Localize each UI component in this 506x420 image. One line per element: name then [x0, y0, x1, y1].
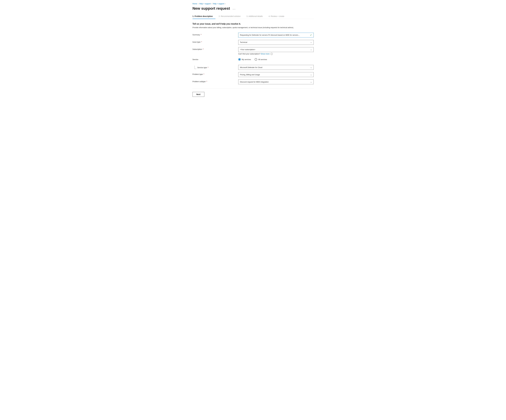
problem-subtype-control: Discount request for MDE integration ⌄ — [238, 79, 314, 84]
problem-subtype-label: Problem subtype * — [193, 79, 238, 83]
issue-type-chevron-icon: ⌄ — [310, 41, 312, 43]
next-button[interactable]: Next — [193, 92, 204, 97]
service-row: Service My services All services — [193, 57, 314, 63]
service-type-label: Service type — [197, 66, 207, 69]
section-heading: Tell us your issue, and we'll help you r… — [193, 23, 314, 25]
tab-review-create[interactable]: 4. Review + create — [269, 14, 287, 19]
service-type-control: Microsoft Defender for Cloud ⌄ — [238, 65, 314, 70]
issue-type-control: Technical ⌄ — [238, 40, 314, 45]
subscription-row: Subscription * <Your subscription> ⌄ Can… — [193, 47, 314, 55]
my-services-radio-icon — [238, 58, 241, 61]
service-radio-group: My services All services — [238, 57, 314, 61]
breadcrumb-sep-3: › — [225, 3, 226, 5]
section-description: Provide information about your billing, … — [193, 26, 295, 29]
page-title: New support request — [193, 6, 230, 11]
service-label: Service — [193, 57, 238, 60]
service-type-row: Service type * Microsoft Defender for Cl… — [193, 65, 314, 70]
tab-problem-description[interactable]: 1. Problem description — [193, 14, 215, 19]
connector-vertical — [194, 66, 195, 69]
footer-divider — [193, 89, 314, 89]
breadcrumb-help-support-2[interactable]: Help + support — [213, 3, 224, 5]
service-control: My services All services — [238, 57, 314, 63]
service-my-services-option[interactable]: My services — [238, 58, 251, 61]
subscription-show-more-link[interactable]: Show more — [261, 53, 270, 55]
breadcrumb: Home › Help + support › Help + support › — [193, 3, 314, 5]
problem-type-control: Pricing, Billing and Usage ⌄ — [238, 72, 314, 77]
issue-type-row: Issue type * Technical ⌄ — [193, 40, 314, 45]
info-icon[interactable]: i — [271, 53, 273, 55]
problem-type-chevron-icon: ⌄ — [310, 74, 312, 76]
summary-label: Summary * — [193, 33, 238, 36]
more-options-button[interactable]: ... — [232, 7, 237, 10]
problem-type-required: * — [204, 73, 204, 75]
summary-row: Summary * Requesting for Defender for se… — [193, 33, 314, 38]
problem-type-row: Problem type * Pricing, Billing and Usag… — [193, 72, 314, 77]
tab-bar: 1. Problem description 2. Recommended so… — [193, 14, 314, 19]
subscription-hint: Can't find your subscription? Show more … — [238, 53, 314, 55]
subscription-control: <Your subscription> ⌄ Can't find your su… — [238, 47, 314, 55]
problem-type-value: Pricing, Billing and Usage — [240, 74, 260, 76]
breadcrumb-sep-2: › — [212, 3, 212, 5]
service-type-chevron-icon: ⌄ — [310, 66, 312, 68]
summary-value: Requesting for Defender for servers P2 d… — [240, 34, 310, 36]
issue-type-dropdown[interactable]: Technical ⌄ — [238, 40, 314, 45]
problem-type-dropdown[interactable]: Pricing, Billing and Usage ⌄ — [238, 72, 314, 77]
problem-subtype-value: Discount request for MDE integration — [240, 81, 269, 83]
summary-input-area: Requesting for Defender for servers P2 d… — [238, 33, 314, 38]
breadcrumb-help-support-1[interactable]: Help + support — [199, 3, 211, 5]
summary-input[interactable]: Requesting for Defender for servers P2 d… — [238, 33, 314, 38]
problem-subtype-dropdown[interactable]: Discount request for MDE integration ⌄ — [238, 79, 314, 84]
subscription-label: Subscription * — [193, 47, 238, 50]
service-all-services-option[interactable]: All services — [255, 58, 267, 61]
tab-recommended-solution[interactable]: 2. Recommended solution — [219, 14, 243, 19]
subscription-dropdown[interactable]: <Your subscription> ⌄ — [238, 47, 314, 52]
breadcrumb-sep-1: › — [198, 3, 199, 5]
problem-subtype-required: * — [206, 80, 207, 83]
summary-check-icon: ✓ — [310, 34, 312, 36]
all-services-label: All services — [258, 58, 267, 60]
subscription-value: <Your subscription> — [240, 49, 255, 51]
service-type-label-area: Service type * — [193, 65, 238, 69]
all-services-radio-icon — [255, 58, 257, 61]
subscription-chevron-icon: ⌄ — [310, 49, 312, 51]
service-type-dropdown[interactable]: Microsoft Defender for Cloud ⌄ — [238, 65, 314, 70]
subscription-required: * — [203, 48, 204, 50]
breadcrumb-home[interactable]: Home — [193, 3, 197, 5]
issue-type-required: * — [201, 41, 202, 43]
summary-required: * — [201, 34, 201, 36]
problem-subtype-chevron-icon: ⌄ — [310, 81, 312, 83]
issue-type-label: Issue type * — [193, 40, 238, 43]
my-services-label: My services — [242, 58, 251, 60]
service-type-value: Microsoft Defender for Cloud — [240, 66, 262, 68]
tab-additional-details[interactable]: 3. Additional details — [246, 14, 266, 19]
issue-type-value: Technical — [240, 41, 247, 43]
problem-subtype-row: Problem subtype * Discount request for M… — [193, 79, 314, 84]
service-type-required: * — [208, 66, 208, 69]
problem-type-label: Problem type * — [193, 72, 238, 75]
